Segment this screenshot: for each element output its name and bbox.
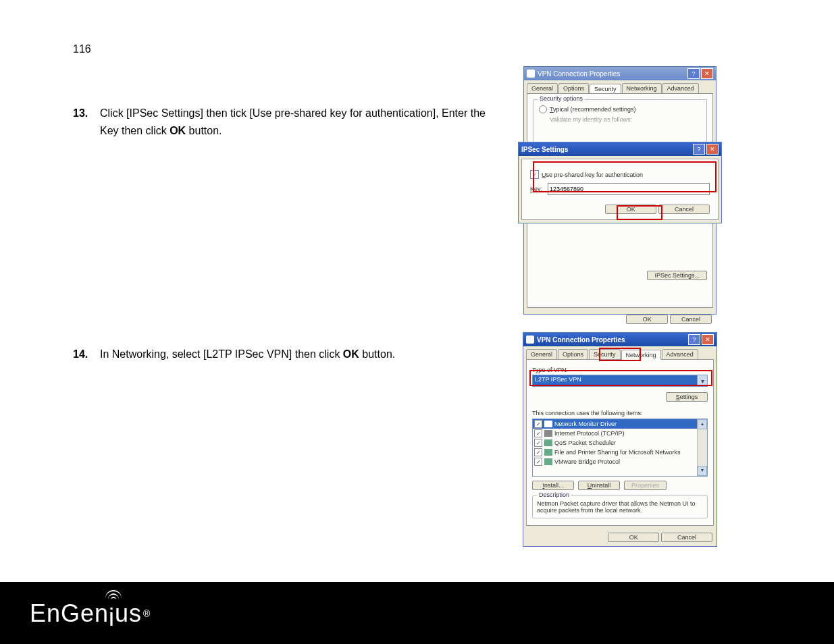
list-item[interactable]: ✓File and Printer Sharing for Microsoft … (533, 448, 697, 457)
titlebar: VPN Connection Properties ? ✕ (523, 333, 716, 346)
tab-options[interactable]: Options (558, 83, 589, 93)
step-13-pre: Click [IPSec Settings] then tick [Use pr… (100, 107, 486, 136)
tab-advanced[interactable]: Advanced (662, 83, 699, 93)
typical-radio[interactable]: Typical (recommended settings) (539, 105, 701, 113)
help-button[interactable]: ? (693, 144, 705, 155)
properties-button: Properties (624, 481, 667, 490)
list-item[interactable]: ✓VMware Bridge Protocol (533, 457, 697, 466)
ipsec-settings-dialog: IPSec Settings ? ✕ Use pre-shared key fo… (518, 142, 722, 223)
step-14-pre: In Networking, select [L2TP IPSec VPN] t… (100, 348, 343, 360)
description-text: Netmon Packet capture driver that allows… (537, 500, 696, 514)
tab-networking[interactable]: Networking (622, 83, 662, 93)
dialog-body: Use pre-shared key for authentication Ke… (521, 159, 719, 220)
close-button[interactable]: ✕ (702, 334, 714, 345)
vpn-properties-window: VPN Connection Properties ? ✕ General Op… (523, 332, 717, 547)
brand-text-start: EnGen (30, 599, 109, 628)
radio-label: Typical (recommended settings) (550, 106, 636, 113)
ok-button[interactable]: OK (605, 205, 656, 214)
tab-options[interactable]: Options (558, 349, 588, 359)
checkbox-icon: ✓ (534, 448, 542, 456)
window-title: VPN Connection Properties (538, 70, 687, 78)
step-text: Click [IPSec Settings] then tick [Use pr… (100, 105, 505, 139)
cancel-button[interactable]: Cancel (670, 315, 712, 324)
dialog-footer: OK Cancel (524, 311, 716, 328)
checkbox-icon: ✓ (534, 429, 542, 437)
key-row: Key: (530, 183, 710, 195)
tab-advanced[interactable]: Advanced (662, 349, 698, 359)
component-icon (544, 421, 552, 427)
connection-items-label: This connection uses the following items… (532, 410, 708, 417)
titlebar: IPSec Settings ? ✕ (519, 142, 721, 156)
tab-strip: General Options Security Networking Adva… (523, 346, 716, 359)
preshared-key-checkbox[interactable]: Use pre-shared key for authentication (530, 170, 710, 179)
step-number: 13. (73, 105, 100, 139)
scroll-down-icon[interactable]: ▾ (698, 466, 707, 476)
registered-mark: ® (143, 608, 151, 619)
ok-button[interactable]: OK (626, 315, 668, 324)
type-of-vpn-label: Type of VPN: (532, 367, 708, 373)
step-13-bold: OK (170, 125, 186, 136)
item-label: File and Printer Sharing for Microsoft N… (554, 449, 681, 456)
scroll-up-icon[interactable]: ▴ (698, 419, 707, 429)
checkbox-icon: ✓ (534, 420, 542, 428)
key-input[interactable] (548, 183, 710, 195)
step-14-post: button. (359, 348, 395, 360)
tab-security[interactable]: Security (589, 349, 621, 359)
item-label: Internet Protocol (TCP/IP) (554, 430, 625, 437)
screenshot-networking-tab: VPN Connection Properties ? ✕ General Op… (523, 332, 716, 547)
item-label: Network Monitor Driver (554, 421, 617, 427)
close-button[interactable]: ✕ (706, 144, 719, 155)
step-14: 14. In Networking, select [L2TP IPSec VP… (73, 346, 505, 363)
tab-strip: General Options Security Networking Adva… (524, 80, 716, 93)
help-button[interactable]: ? (687, 68, 700, 79)
window-title: VPN Connection Properties (537, 336, 688, 344)
tab-networking[interactable]: Networking (621, 350, 661, 360)
help-button[interactable]: ? (688, 334, 700, 345)
settings-button[interactable]: Settings (666, 392, 708, 402)
ok-button[interactable]: OK (608, 533, 659, 542)
component-icon (544, 458, 552, 465)
validate-identity-label: Validate my identity as follows: (550, 116, 701, 123)
scrollbar[interactable]: ▴ ▾ (697, 419, 707, 476)
item-label: VMware Bridge Protocol (554, 458, 620, 465)
instruction-list: 13. Click [IPSec Settings] then tick [Us… (73, 105, 505, 570)
brand-i-with-wifi: i (109, 595, 115, 632)
screenshot-ipsec-settings: VPN Connection Properties ? ✕ General Op… (523, 66, 715, 315)
checkbox-label: Use pre-shared key for authentication (542, 171, 643, 178)
checkbox-icon (530, 170, 539, 179)
app-icon (526, 336, 534, 344)
tab-general[interactable]: General (527, 83, 558, 93)
connection-items-list[interactable]: ✓Network Monitor Driver ✓Internet Protoc… (532, 419, 708, 477)
install-button[interactable]: Install... (532, 481, 574, 490)
tab-security[interactable]: Security (590, 84, 621, 94)
cancel-button[interactable]: Cancel (658, 205, 710, 214)
list-item[interactable]: ✓Network Monitor Driver (533, 419, 697, 429)
checkbox-icon: ✓ (534, 439, 542, 447)
component-icon (544, 439, 552, 446)
wifi-icon (105, 591, 122, 602)
ipsec-settings-button[interactable]: IPSec Settings... (647, 271, 707, 280)
vpn-type-value: L2TP IPSec VPN (533, 375, 697, 386)
step-14-bold: OK (343, 348, 359, 360)
page-footer: EnGen ius® (0, 582, 834, 644)
step-number: 14. (73, 346, 100, 363)
chevron-down-icon[interactable]: ▾ (697, 375, 707, 386)
description-legend: Description (537, 491, 571, 498)
scroll-track[interactable] (698, 429, 707, 466)
list-item[interactable]: ✓QoS Packet Scheduler (533, 438, 697, 448)
description-group: Description Netmon Packet capture driver… (532, 495, 708, 518)
item-buttons: Install... Uninstall Properties (532, 481, 708, 490)
list-item[interactable]: ✓Internet Protocol (TCP/IP) (533, 429, 697, 438)
vpn-type-combo[interactable]: L2TP IPSec VPN ▾ (532, 375, 708, 387)
app-icon (527, 70, 535, 78)
close-button[interactable]: ✕ (701, 68, 713, 79)
component-icon (544, 449, 552, 456)
step-13: 13. Click [IPSec Settings] then tick [Us… (73, 105, 505, 139)
uninstall-button[interactable]: Uninstall (578, 481, 620, 490)
radio-icon (539, 105, 547, 113)
step-text: In Networking, select [L2TP IPSec VPN] t… (100, 346, 395, 363)
component-icon (544, 430, 552, 437)
cancel-button[interactable]: Cancel (661, 533, 712, 542)
dialog-footer: OK Cancel (523, 529, 716, 546)
tab-general[interactable]: General (526, 349, 557, 359)
